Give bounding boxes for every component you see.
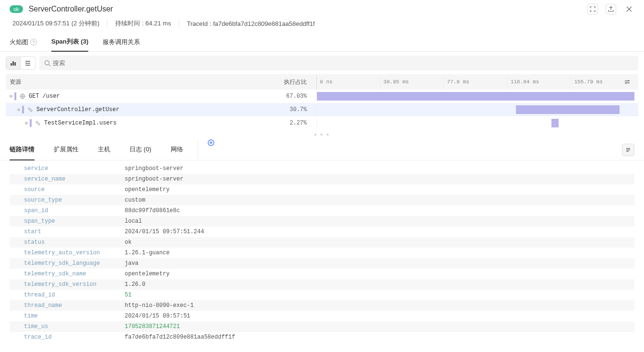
span-name: ServerController.getUser — [36, 106, 119, 113]
detail-value: 1.26.1-guance — [125, 250, 630, 256]
search-input[interactable] — [51, 57, 633, 68]
globe-icon — [19, 93, 26, 100]
detail-key: telemetry_sdk_version — [24, 281, 125, 288]
tree-node-icon — [17, 108, 20, 111]
detail-value: springboot-server — [125, 165, 630, 172]
help-icon[interactable]: ? — [30, 39, 37, 45]
detail-value: 2024/01/15 09:57:51 — [125, 313, 630, 319]
span-name: TestServiceImpl.users — [44, 120, 117, 126]
swap-axis-button[interactable] — [624, 79, 631, 85]
detail-value: ok — [125, 239, 630, 246]
collapse-panel-button[interactable] — [622, 144, 634, 156]
detail-key: service_name — [24, 176, 125, 182]
detail-row: telemetry_auto_version1.26.1-guance — [10, 248, 634, 258]
detail-row: servicespringboot-server — [10, 163, 634, 174]
span-color-marker — [22, 106, 24, 114]
detail-value: 1705283871244721 — [125, 323, 630, 330]
detail-row: time2024/01/15 09:57:51 — [10, 311, 634, 321]
detail-value: 2024/01/15 09:57:51.244 — [125, 228, 630, 235]
detail-row: service_namespringboot-server — [10, 174, 634, 184]
divider — [107, 20, 107, 27]
span-pct: 67.03% — [278, 93, 316, 100]
svg-point-3 — [45, 60, 49, 65]
col-resource-header: 资源 — [10, 78, 278, 86]
svg-rect-0 — [11, 63, 12, 66]
tree-node-icon — [10, 95, 12, 98]
detail-key: status — [24, 239, 125, 246]
span-bar-cell — [316, 105, 634, 114]
fullscreen-button[interactable] — [587, 4, 598, 14]
col-ratio-header: 执行占比 — [278, 78, 316, 86]
span-row[interactable]: ServerController.getUser30.7% — [6, 103, 638, 116]
span-bar-cell — [316, 92, 634, 101]
span-bar — [317, 92, 634, 101]
detail-value: http-nio-8090-exec-1 — [125, 302, 630, 309]
detail-key: thread_id — [24, 292, 125, 298]
detail-row: span_typelocal — [10, 216, 634, 227]
view-chart-button[interactable] — [6, 57, 21, 69]
tab-services[interactable]: 服务调用关系 — [103, 33, 140, 51]
detail-row: sourceopentelemetry — [10, 184, 634, 195]
duration-text: 持续时间 : 64.21 ms — [115, 19, 171, 28]
detail-row: thread_id51 — [10, 290, 634, 300]
svg-rect-2 — [14, 62, 16, 66]
span-resource-cell: GET /user — [10, 92, 278, 100]
tree-node-icon — [25, 122, 28, 125]
detail-value: java — [125, 260, 630, 267]
detail-row: source_typecustom — [10, 195, 634, 205]
span-color-marker — [30, 119, 32, 127]
detail-row: telemetry_sdk_version1.26.0 — [10, 279, 634, 290]
tab-spanlist-label: Span列表 (3) — [51, 37, 88, 46]
detail-value: custom — [125, 197, 630, 204]
svg-point-5 — [28, 108, 30, 110]
timestamp-text: 2024/01/15 09:57:51 (2 分钟前) — [12, 19, 99, 28]
detail-value: springboot-server — [125, 176, 630, 182]
span-bar — [551, 119, 559, 127]
timeline-tick: 77.9 ms — [444, 74, 507, 90]
detail-value: 51 — [125, 292, 630, 298]
add-tab-button[interactable] — [198, 139, 214, 160]
detail-value: local — [125, 218, 630, 225]
detail-row: telemetry_sdk_languagejava — [10, 258, 634, 269]
span-bar — [516, 105, 620, 114]
dtab-link-detail[interactable]: 链路详情 — [10, 139, 35, 160]
tab-spanlist[interactable]: Span列表 (3) — [51, 33, 88, 52]
search-icon — [44, 60, 51, 67]
detail-key: time — [24, 313, 125, 319]
dtab-extended[interactable]: 扩展属性 — [54, 139, 79, 160]
detail-row: span_id88dc99f7d0861e8c — [10, 205, 634, 216]
timeline-tick: 38.95 ms — [380, 74, 444, 90]
dtab-host[interactable]: 主机 — [98, 139, 110, 160]
method-icon — [35, 120, 41, 126]
span-pct: 30.7% — [278, 106, 316, 113]
view-toggle — [6, 57, 35, 70]
method-icon — [27, 106, 34, 113]
tab-services-label: 服务调用关系 — [103, 38, 140, 46]
detail-row: trace_idfa7de6bfa7d12c809e881aa58eddff1f — [10, 332, 634, 342]
span-name: GET /user — [29, 93, 60, 100]
detail-key: thread_name — [24, 302, 125, 309]
svg-point-7 — [36, 121, 38, 123]
span-row[interactable]: TestServiceImpl.users2.27% — [6, 116, 638, 130]
dtab-logs[interactable]: 日志 (0) — [129, 139, 152, 160]
detail-key: time_us — [24, 323, 125, 330]
detail-row: time_us1705283871244721 — [10, 321, 634, 332]
close-button[interactable] — [624, 4, 634, 14]
span-row[interactable]: GET /user67.03% — [6, 90, 638, 103]
view-list-button[interactable] — [21, 57, 35, 69]
timeline-tick: 116.84 ms — [507, 74, 571, 90]
svg-rect-1 — [12, 61, 14, 66]
detail-value: 1.26.0 — [125, 281, 630, 288]
detail-key: service — [24, 165, 125, 172]
detail-key: span_type — [24, 218, 125, 225]
tab-flamegraph[interactable]: 火焰图 ? — [10, 33, 37, 51]
dtab-network[interactable]: 网络 — [171, 139, 183, 160]
svg-point-8 — [38, 123, 40, 125]
detail-row: start2024/01/15 09:57:51.244 — [10, 227, 634, 237]
page-title: ServerController.getUser — [29, 5, 587, 13]
span-resource-cell: TestServiceImpl.users — [10, 119, 278, 127]
export-button[interactable] — [606, 4, 616, 14]
resize-handle[interactable]: • • • — [0, 130, 644, 139]
detail-row: thread_namehttp-nio-8090-exec-1 — [10, 300, 634, 311]
detail-value: opentelemetry — [125, 271, 630, 277]
